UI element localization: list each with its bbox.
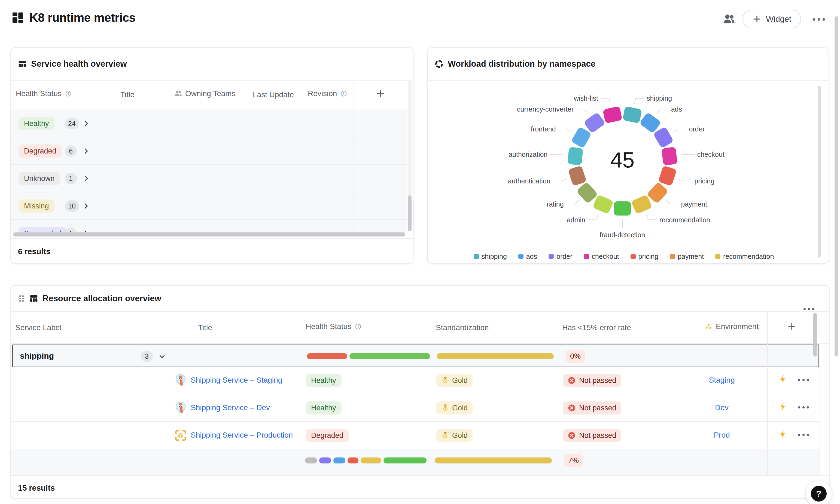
legend-item-order[interactable]: order xyxy=(548,253,572,260)
page-scrollbar[interactable] xyxy=(835,16,838,357)
drag-handle-icon[interactable] xyxy=(18,294,25,303)
add-column-button[interactable] xyxy=(787,322,797,331)
donut-segment-shipping[interactable] xyxy=(623,106,642,124)
label-connector xyxy=(576,109,588,114)
label-connector xyxy=(553,179,567,181)
octopus-icon xyxy=(174,401,187,415)
group-row-partial[interactable]: 7% xyxy=(11,449,820,475)
info-icon[interactable] xyxy=(355,323,362,330)
row-menu-button[interactable] xyxy=(797,379,810,381)
dashboard-logo-icon xyxy=(12,12,24,24)
donut-segment-pricing[interactable] xyxy=(658,165,677,186)
chevron-right-icon[interactable] xyxy=(82,175,90,182)
environment-link[interactable]: Dev xyxy=(681,403,763,412)
donut-segment-currency-converter[interactable] xyxy=(583,112,606,133)
standardization-bar xyxy=(435,457,552,464)
col-revision[interactable]: Revision xyxy=(308,89,347,98)
service-title-link[interactable]: Shipping Service – Dev xyxy=(191,403,270,412)
donut-segment-rating[interactable] xyxy=(576,182,598,204)
health-status-row[interactable]: Missing10 xyxy=(11,193,407,220)
h-scroll-thumb[interactable] xyxy=(13,232,405,236)
info-icon[interactable] xyxy=(65,90,72,97)
health-status-row[interactable]: Degraded6 xyxy=(11,138,407,165)
legend-item-payment[interactable]: payment xyxy=(670,253,704,260)
group-row-shipping[interactable]: shipping 3 0% xyxy=(12,344,819,367)
widget-menu-button[interactable] xyxy=(802,308,816,310)
results-count: 6 results xyxy=(18,247,50,256)
row-menu-button[interactable] xyxy=(797,406,810,409)
col-title[interactable]: Title xyxy=(120,90,135,99)
scorecard-badge: Not passed xyxy=(563,374,621,387)
chevron-right-icon[interactable] xyxy=(82,147,90,155)
service-row-staging[interactable]: Shipping Service – StagingHealthyGoldNot… xyxy=(11,367,820,394)
actions-bolt-icon[interactable] xyxy=(778,428,788,440)
legend-item-recommendation[interactable]: recommendation xyxy=(715,253,774,260)
donut-segment-authentication[interactable] xyxy=(568,165,587,186)
actions-bolt-icon[interactable] xyxy=(778,401,788,412)
service-row-prod[interactable]: Shipping Service – ProductionDegradedGol… xyxy=(11,422,820,449)
card-scroll-thumb[interactable] xyxy=(818,86,821,257)
label-connector xyxy=(657,109,668,114)
segment-label-wish-list: wish-list xyxy=(574,94,598,102)
tier-badge: Gold xyxy=(436,401,473,414)
v-scroll-thumb[interactable] xyxy=(408,195,412,231)
col-environment[interactable]: Environment xyxy=(705,322,758,331)
bar-segment xyxy=(333,457,345,464)
relation-dots-icon xyxy=(705,323,713,330)
service-title-link[interactable]: Shipping Service – Production xyxy=(191,431,293,439)
donut-segment-payment[interactable] xyxy=(647,182,669,204)
donut-segment-authorization[interactable] xyxy=(567,147,583,165)
status-badge: Degraded xyxy=(19,144,62,158)
label-connector xyxy=(678,179,692,181)
donut-segment-ads[interactable] xyxy=(639,112,662,133)
donut-segment-order[interactable] xyxy=(653,127,674,149)
legend-item-checkout[interactable]: checkout xyxy=(584,253,619,260)
legend-item-shipping[interactable]: shipping xyxy=(474,253,507,260)
col-standardization[interactable]: Standardization xyxy=(436,323,489,332)
bar-segment xyxy=(319,457,331,464)
donut-segment-checkout[interactable] xyxy=(662,147,677,165)
donut-segment-recommendation[interactable] xyxy=(631,194,652,214)
col-owning-teams[interactable]: Owning Teams xyxy=(174,89,235,98)
chevron-right-icon[interactable] xyxy=(82,202,90,210)
col-health-status[interactable]: Health Status xyxy=(16,89,72,98)
add-column-button[interactable] xyxy=(376,89,385,98)
count-badge: 10 xyxy=(65,200,79,212)
donut-segment-fraud-detection[interactable] xyxy=(614,201,631,216)
resource-table-header: Service Label Title Health Status Standa… xyxy=(11,312,829,344)
health-status-row[interactable]: Suspended1 xyxy=(11,220,407,232)
chevron-down-icon[interactable] xyxy=(158,353,166,360)
chevron-right-icon[interactable] xyxy=(82,230,90,232)
group-count-badge: 3 xyxy=(141,350,153,362)
x-circle-icon xyxy=(567,376,576,384)
environment-link[interactable]: Staging xyxy=(681,376,763,384)
col-title[interactable]: Title xyxy=(198,323,212,332)
service-row-dev[interactable]: Shipping Service – DevHealthyGoldNot pas… xyxy=(11,394,820,422)
health-status-row[interactable]: Unknown1 xyxy=(11,165,407,193)
page-menu-button[interactable] xyxy=(811,15,826,23)
actions-bolt-icon[interactable] xyxy=(778,373,788,385)
v-scroll-thumb[interactable] xyxy=(813,313,817,357)
share-users-icon[interactable] xyxy=(722,13,735,25)
count-badge: 6 xyxy=(65,145,77,157)
col-error-rate[interactable]: Has <15% error rate xyxy=(562,323,631,332)
donut-segment-wish-list[interactable] xyxy=(603,106,623,124)
info-icon[interactable] xyxy=(340,90,347,97)
col-last-update[interactable]: Last Update xyxy=(253,90,294,99)
donut-segment-frontend[interactable] xyxy=(571,127,592,149)
col-health-status[interactable]: Health Status xyxy=(305,322,362,331)
col-service-label[interactable]: Service Label xyxy=(15,323,62,332)
segment-label-pricing: pricing xyxy=(694,177,714,185)
legend-item-pricing[interactable]: pricing xyxy=(631,253,659,260)
legend-item-ads[interactable]: ads xyxy=(518,253,537,260)
add-widget-button[interactable]: Widget xyxy=(742,10,801,28)
page-header: K8 runtime metrics Widget xyxy=(0,0,840,38)
service-title-link[interactable]: Shipping Service – Staging xyxy=(191,376,282,384)
donut-segment-admin[interactable] xyxy=(592,194,614,214)
row-menu-button[interactable] xyxy=(797,434,810,436)
environment-link[interactable]: Prod xyxy=(681,431,763,439)
help-icon: ? xyxy=(811,486,827,502)
health-status-row[interactable]: Healthy24 xyxy=(11,110,407,138)
chevron-right-icon[interactable] xyxy=(82,120,90,127)
help-button[interactable]: ? xyxy=(806,481,832,504)
